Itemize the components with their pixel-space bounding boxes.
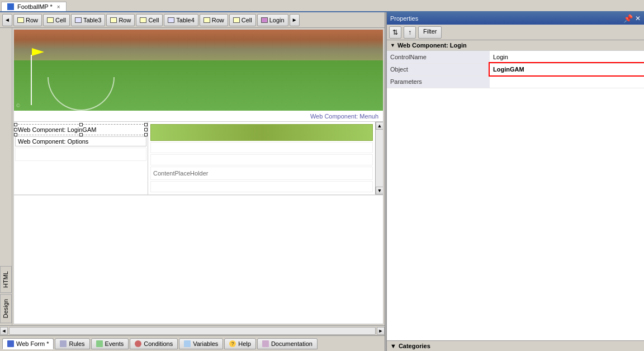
help-icon: ? [229,340,236,347]
categories-arrow-icon: ▼ [390,343,396,349]
toolbar-row1-label: Row [26,17,38,23]
sort-alpha-btn[interactable]: ⇅ [389,26,401,39]
table4-icon [168,17,174,23]
nav-left-btn[interactable]: ◄ [2,14,12,26]
tab-rules-label: Rules [69,340,84,347]
pin-icon[interactable]: 📌 [623,14,633,23]
cell3-icon [233,17,240,23]
handle-bm [79,133,83,136]
design-side-label[interactable]: Design [0,294,12,323]
row-icon [17,17,24,23]
props-table-container: ControlName Login Object LoginGAM Parame… [387,51,644,340]
toolbar-login-btn[interactable]: Login [257,14,288,26]
scroll-track [376,130,383,187]
prop-row-controlname[interactable]: ControlName Login [387,51,644,63]
cell2-icon [140,17,146,23]
handle-tr [144,123,148,126]
handle-tl [14,123,17,126]
scroll-up-btn[interactable]: ▲ [376,122,383,130]
prop-row-parameters[interactable]: Parameters [387,75,644,88]
scroll-right-btn[interactable]: ► [377,327,385,335]
rules-icon [60,340,67,347]
tab-conditions[interactable]: Conditions [130,338,178,349]
menuh-label: Web Component: Menuh [310,113,378,120]
props-section-header: ▼ Web Component: Login [387,40,644,51]
handle-mr [144,128,148,131]
filter-btn[interactable]: Filter [418,26,442,39]
categories-label: Categories [399,343,430,349]
html-side-label[interactable]: HTML [0,266,12,293]
tab-events-label: Events [105,340,124,347]
login-component-label: Web Component: LoginGAM [18,126,96,133]
tab-page-icon [7,3,14,10]
tab-rules[interactable]: Rules [55,338,89,349]
bottom-tab-bar: Web Form * Rules Events Conditions Varia… [0,335,385,351]
row2-icon [110,17,117,23]
tab-web-form-label: Web Form * [16,340,49,347]
web-form-icon [7,340,14,347]
editor-area: ◄ Row Cell Table3 Row [0,12,385,351]
corner-flag-pole [31,55,32,105]
menuh-bar: Web Component: Menuh [14,111,383,122]
tab-help[interactable]: ? Help [224,338,256,349]
handle-tm [79,123,83,126]
tab-conditions-label: Conditions [144,340,173,347]
left-components-panel: Web Component: LoginGAM Web Component: O… [14,122,148,195]
right-empty-row-2 [150,154,373,165]
handle-bl [14,133,17,136]
v-scrollbar-area[interactable]: ▲ ▼ [375,122,383,195]
toolbar-cell3-btn[interactable]: Cell [229,14,256,26]
toolbar-cell1-btn[interactable]: Cell [43,14,70,26]
prop-row-object[interactable]: Object LoginGAM [387,63,644,75]
design-canvas: © Web Component: Menuh [13,29,383,324]
toolbar-table3-btn[interactable]: Table3 [71,14,105,26]
toolbar-cell3-label: Cell [242,17,252,23]
content-placeholder-row: ContentPlaceHolder [150,167,373,180]
h-scrollbar-track[interactable] [9,327,376,335]
prop-value-parameters[interactable] [490,75,644,88]
options-component[interactable]: Web Component: Options [15,136,146,146]
toolbar-table4-btn[interactable]: Table4 [164,14,198,26]
tab-variables[interactable]: Variables [179,338,223,349]
h-scrollbar-area: ◄ ► [0,325,385,335]
toolbar-cell1-label: Cell [55,17,66,23]
tab-web-form[interactable]: Web Form * [2,338,54,349]
close-icon[interactable]: ✕ [635,15,641,22]
prop-name-object: Object [387,63,490,75]
right-empty-row-1 [150,142,373,153]
options-component-label: Web Component: Options [18,138,88,145]
variables-icon [184,340,191,347]
handle-br [144,133,148,136]
nav-right-btn[interactable]: ► [290,14,300,26]
scroll-down-btn[interactable]: ▼ [376,187,383,195]
empty-canvas-area [14,195,383,307]
tab-events[interactable]: Events [91,338,129,349]
login-gam-component[interactable]: Web Component: LoginGAM [15,124,146,135]
tab-documentation[interactable]: Documentation [257,338,318,349]
watermark: © [16,103,20,108]
handle-ml [14,128,17,131]
main-tab[interactable]: FootballMP * × [1,2,67,11]
categories-header: ▼ Categories [387,341,644,351]
properties-panel: Properties 📌 ✕ ⇅ ↑ Filter ▼ Web Compo [387,12,644,351]
content-placeholder-label: ContentPlaceHolder [153,170,208,177]
toolbar-row2-label: Row [119,17,131,23]
props-bottom-section: ▼ Categories [387,340,644,351]
canvas-with-sidenav: HTML Design © [0,28,385,325]
prop-value-object[interactable]: LoginGAM [490,63,644,75]
scroll-left-btn[interactable]: ◄ [0,327,8,335]
sort-category-btn[interactable]: ↑ [404,26,416,39]
right-empty-row-3 [150,181,373,192]
toolbar-row2-btn[interactable]: Row [106,14,135,26]
prop-value-controlname[interactable]: Login [490,51,644,63]
properties-table: ControlName Login Object LoginGAM Parame… [387,51,644,88]
properties-title: Properties [390,15,418,22]
toolbar-row1-btn[interactable]: Row [13,14,42,26]
toolbar-row3-btn[interactable]: Row [200,14,228,26]
tab-close-btn[interactable]: × [57,4,60,10]
toolbar-cell2-btn[interactable]: Cell [136,14,163,26]
header-controls: 📌 ✕ [623,14,641,23]
conditions-icon [135,340,141,347]
properties-toolbar: ⇅ ↑ Filter [387,25,644,40]
props-section-title: Web Component: Login [397,42,467,49]
